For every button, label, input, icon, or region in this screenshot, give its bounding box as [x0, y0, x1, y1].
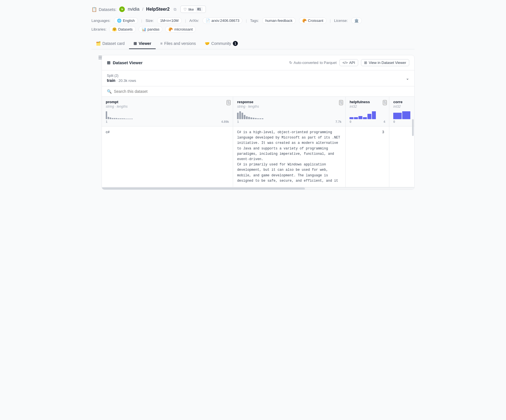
- auto-converted-link[interactable]: ↻ Auto-converted to Parquet: [289, 61, 337, 65]
- tab-community[interactable]: 🤝 Community 1: [200, 38, 242, 49]
- search-input[interactable]: [114, 89, 409, 94]
- tag1-value: human-feedback: [265, 19, 293, 23]
- table-header-row: prompt ⇅ string · lengths: [102, 97, 414, 126]
- license-tag[interactable]: 🏛️: [351, 17, 362, 24]
- tab-viewer-label: Viewer: [139, 41, 151, 46]
- datasets-emoji-icon: 🤗: [112, 27, 117, 31]
- license-label: License:: [334, 19, 348, 23]
- tab-dataset-card-label: Dataset card: [102, 41, 125, 46]
- meta-divider-2: |: [185, 19, 186, 23]
- helpfulness-range: 0 4: [349, 120, 385, 123]
- nvidia-icon: N: [119, 6, 125, 12]
- viewer-title: ⊞ Dataset Viewer: [107, 60, 142, 65]
- tab-files[interactable]: ≡ Files and versions: [156, 38, 200, 49]
- col-header-response: response ⇅ string · lengths: [233, 97, 346, 126]
- tag-human-feedback[interactable]: human-feedback: [262, 17, 296, 24]
- sidebar-toggle-button[interactable]: ☰: [98, 55, 102, 60]
- pandas-icon: 📊: [142, 27, 146, 31]
- code-icon: </>: [342, 61, 348, 65]
- helpfulness-val: 3: [382, 130, 384, 134]
- content-area: ☰ ⊞ Dataset Viewer ↻ Auto-converted to P…: [91, 55, 415, 190]
- table-wrapper: prompt ⇅ string · lengths: [102, 97, 414, 187]
- lib-mlcroissant-tag[interactable]: 🥐 mlcroissant: [165, 26, 196, 33]
- auto-converted-label: Auto-converted: [294, 61, 318, 65]
- data-table: prompt ⇅ string · lengths: [102, 97, 414, 187]
- breadcrumb: 📋 Datasets:: [91, 7, 116, 12]
- view-in-dataset-viewer-button[interactable]: ⊞ View in Dataset Viewer: [361, 59, 409, 66]
- datasets-label: Datasets:: [99, 7, 116, 12]
- sort-prompt-button[interactable]: ⇅: [227, 100, 231, 105]
- horizontal-scroll-bar[interactable]: [102, 187, 414, 190]
- scroll-thumb[interactable]: [102, 188, 305, 190]
- dataset-header: 📋 Datasets: N nvidia / HelpSteer2 ⧉ ♡ li…: [91, 6, 415, 13]
- like-button[interactable]: ♡ like 81: [180, 6, 206, 13]
- cell-response-0: C# is a high-level, object-oriented prog…: [233, 126, 346, 187]
- community-badge: 1: [233, 41, 238, 46]
- tag2-value: Croissant: [308, 19, 323, 23]
- response-range: 1 7.7k: [237, 120, 341, 123]
- col-type-prompt: string · lengths: [106, 105, 229, 109]
- dataset-name: HelpSteer2: [146, 7, 170, 12]
- tab-viewer[interactable]: ⊞ Viewer: [129, 38, 156, 49]
- vertical-scrollbar[interactable]: [412, 119, 414, 136]
- globe-icon: 🌐: [117, 19, 121, 23]
- tab-files-label: Files and versions: [164, 41, 196, 46]
- split-dropdown[interactable]: Split (2) train · 20.3k rows ⌄: [102, 70, 414, 86]
- lib-datasets-tag[interactable]: 🤗 Datasets: [109, 26, 135, 33]
- col-type-corre: int32: [393, 105, 410, 109]
- arxiv-label: ArXiv:: [189, 19, 199, 23]
- copy-id-button[interactable]: ⧉: [173, 6, 178, 12]
- helpfulness-histogram: [349, 111, 385, 119]
- col-header-prompt: prompt ⇅ string · lengths: [102, 97, 233, 126]
- lib1-label: Datasets: [118, 27, 132, 31]
- response-range-min: 1: [237, 120, 239, 123]
- corre-histogram: [393, 111, 410, 119]
- lib3-label: mlcroissant: [174, 27, 193, 31]
- languages-label: Languages:: [91, 19, 111, 23]
- language-tag[interactable]: 🌐 English: [114, 17, 138, 24]
- grid-icon: ⊞: [107, 60, 111, 65]
- org-name-link[interactable]: nvidia: [128, 7, 139, 12]
- viewer-title-text: Dataset Viewer: [113, 60, 142, 65]
- corre-range: 0: [393, 120, 410, 123]
- view-label: View in Dataset Viewer: [369, 61, 406, 65]
- like-label: like: [188, 7, 194, 11]
- datasets-icon: 📋: [91, 7, 97, 12]
- sort-response-button[interactable]: ⇅: [339, 100, 343, 105]
- col-name-helpfulness: helpfulness: [349, 100, 370, 104]
- heart-icon: ♡: [183, 7, 187, 11]
- prompt-histogram: [106, 111, 229, 119]
- like-count: 81: [196, 7, 203, 11]
- col-name-prompt: prompt: [106, 100, 118, 104]
- sort-helpfulness-button[interactable]: ⇅: [383, 100, 387, 105]
- tags-label: Tags:: [250, 19, 259, 23]
- tab-dataset-card[interactable]: 🗂️ Dataset card: [91, 38, 129, 49]
- api-button[interactable]: </> API: [339, 59, 358, 66]
- split-name: train: [107, 78, 115, 83]
- helpfulness-range-min: 0: [349, 120, 351, 123]
- split-info: Split (2) train · 20.3k rows: [107, 74, 136, 83]
- size-value: 1M<n<10M: [160, 19, 179, 23]
- files-icon: ≡: [160, 41, 162, 46]
- search-bar: 🔍: [102, 86, 414, 97]
- viewer-header-actions: ↻ Auto-converted to Parquet </> API ⊞ Vi…: [289, 59, 409, 66]
- document-icon: 📄: [206, 19, 210, 23]
- tag-croissant[interactable]: 🥐 Croissant: [299, 17, 326, 24]
- lib-pandas-tag[interactable]: 📊 pandas: [139, 26, 163, 33]
- external-icon: ⊞: [364, 61, 367, 65]
- meta-divider-3: |: [246, 19, 247, 23]
- cell-helpfulness-0: 3: [346, 126, 389, 187]
- prompt-range-max: 4.89k: [221, 120, 229, 123]
- api-label: API: [349, 61, 355, 65]
- viewer-card: ⊞ Dataset Viewer ↻ Auto-converted to Par…: [102, 55, 415, 190]
- table-row: c# C# is a high-level, object-oriented p…: [102, 126, 414, 187]
- refresh-icon: ↻: [289, 61, 292, 65]
- lib2-label: pandas: [148, 27, 160, 31]
- split-rows: 20.3k rows: [118, 79, 136, 83]
- viewer-card-header: ⊞ Dataset Viewer ↻ Auto-converted to Par…: [102, 55, 414, 70]
- split-details: train · 20.3k rows: [107, 78, 136, 83]
- size-tag[interactable]: 1M<n<10M: [157, 17, 182, 24]
- arxiv-tag[interactable]: 📄 arxiv:2406.08673: [203, 17, 243, 24]
- prompt-range: 1 4.89k: [106, 120, 229, 123]
- col-type-helpfulness: int32: [349, 105, 385, 109]
